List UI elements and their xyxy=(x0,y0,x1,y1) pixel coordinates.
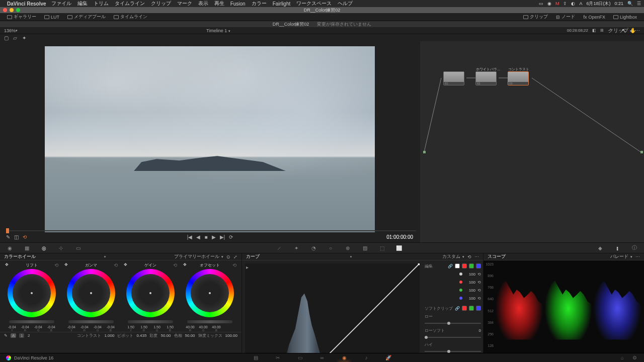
settings-icon[interactable]: ⚙ xyxy=(631,354,638,361)
window-icon[interactable]: ○ xyxy=(327,244,334,251)
marker-icon[interactable]: ▢ xyxy=(4,35,9,40)
reset-icon[interactable]: ⟲ xyxy=(54,262,58,268)
warper-icon[interactable]: ✦ xyxy=(293,244,300,251)
lowsoft-slider[interactable] xyxy=(425,335,481,340)
custom-dropdown[interactable]: カスタム xyxy=(442,253,460,260)
gamma-color-wheel[interactable] xyxy=(67,269,115,317)
menu-clip[interactable]: クリップ xyxy=(151,0,171,7)
minimize-button[interactable] xyxy=(10,8,14,12)
wifi-icon[interactable]: ⇪ xyxy=(563,1,567,6)
node-01[interactable]: 01 xyxy=(443,71,464,85)
tracking-icon[interactable]: ⊕ xyxy=(344,244,351,251)
mediapool-button[interactable]: メディアプール xyxy=(64,14,109,20)
qualifier-icon[interactable]: ◔ xyxy=(310,244,317,251)
channel-g[interactable] xyxy=(469,263,474,268)
menu-view[interactable]: 表示 xyxy=(198,0,208,7)
info-icon[interactable]: ⓘ xyxy=(631,244,638,251)
options-icon[interactable]: ⋯ xyxy=(474,254,479,259)
menu-trim[interactable]: トリム xyxy=(94,0,109,7)
fx-icon[interactable]: ✦ xyxy=(22,35,27,40)
menubar-icon[interactable]: ◉ xyxy=(547,1,551,6)
reset-icon[interactable]: ⟲ xyxy=(477,272,481,277)
fusion-page-icon[interactable]: ∞ xyxy=(318,354,326,361)
node-02[interactable]: ホワイトバラ… 02 xyxy=(475,71,497,85)
clip-dropdown[interactable]: クリップ ▾ xyxy=(608,27,632,34)
camera-raw-icon[interactable]: ◉ xyxy=(6,244,13,251)
expand-icon[interactable]: ⤢ xyxy=(233,254,237,259)
zoom-level[interactable]: 136% xyxy=(4,28,16,33)
media-page-icon[interactable]: ▤ xyxy=(252,354,259,361)
menu-fairlight[interactable]: Fairlight xyxy=(273,1,291,7)
node-output[interactable] xyxy=(640,151,643,153)
lightbox-button[interactable]: Lightbox xyxy=(610,14,640,20)
date-label[interactable]: 6月18日(木) xyxy=(586,1,610,7)
fairlight-page-icon[interactable]: ♪ xyxy=(363,354,370,361)
bypass-icon[interactable]: ✎ xyxy=(6,234,10,240)
prev-frame-button[interactable]: ◀ xyxy=(196,234,200,240)
menu-timeline[interactable]: タイムライン xyxy=(115,0,145,7)
primary-dropdown[interactable]: プライマリーホイール xyxy=(174,253,219,260)
timeline-button[interactable]: タイムライン xyxy=(111,14,150,20)
clips-button[interactable]: クリップ xyxy=(520,14,551,20)
menu-edit[interactable]: 編集 xyxy=(77,0,88,7)
lift-color-wheel[interactable] xyxy=(8,269,56,317)
motion-icon[interactable]: ▭ xyxy=(74,244,82,251)
bypass-icon[interactable]: ⟲ xyxy=(23,234,27,240)
menubar-icon[interactable]: ▭ xyxy=(539,1,543,6)
gallery-button[interactable]: ギャラリー xyxy=(4,14,39,20)
play-button[interactable]: ▶ xyxy=(212,234,216,240)
channel-r[interactable] xyxy=(462,263,467,268)
softclip-b[interactable] xyxy=(476,306,481,311)
app-name[interactable]: DaVinci Resolve xyxy=(7,1,46,7)
keyframe-icon[interactable]: ◆ xyxy=(597,244,604,251)
parade-dropdown[interactable]: パレード xyxy=(610,253,628,260)
wheels-icon[interactable]: ◎ xyxy=(40,244,47,251)
lummix-value[interactable]: 100.00 xyxy=(225,333,237,338)
gamma-jog[interactable] xyxy=(68,320,114,323)
key-icon[interactable]: ⬚ xyxy=(378,244,385,251)
split-icon[interactable]: ⊞ xyxy=(600,28,604,33)
color-match-icon[interactable]: ▦ xyxy=(23,244,30,251)
reset-icon[interactable]: ⟲ xyxy=(467,254,471,259)
overlay-icon[interactable]: ▱ xyxy=(13,35,18,40)
picker-icon[interactable]: ✥ xyxy=(5,262,9,268)
menubar-icon[interactable]: M xyxy=(555,1,559,6)
nodes-button[interactable]: ⊟ノード xyxy=(553,14,578,20)
menubar-icon[interactable]: A xyxy=(579,1,582,6)
search-icon[interactable]: 🔍 xyxy=(627,1,633,6)
page-1[interactable]: 1 xyxy=(19,333,24,338)
loop-button[interactable]: ⟳ xyxy=(229,234,233,240)
menu-workspace[interactable]: ワークスペース xyxy=(296,0,332,7)
openfx-button[interactable]: fxOpenFX xyxy=(580,14,608,20)
home-icon[interactable]: ⌂ xyxy=(619,354,626,361)
rgb-mixer-icon[interactable]: ⊹ xyxy=(57,244,64,251)
gain-jog[interactable] xyxy=(128,320,173,323)
last-frame-button[interactable]: ▶| xyxy=(220,234,225,240)
blur-icon[interactable]: ▨ xyxy=(361,244,368,251)
viewer-image[interactable] xyxy=(45,46,375,232)
lut-button[interactable]: LUT xyxy=(41,15,62,20)
link-icon[interactable]: 🔗 xyxy=(448,264,453,268)
menu-file[interactable]: ファイル xyxy=(51,0,71,7)
offset-jog[interactable] xyxy=(187,320,232,323)
curves-icon[interactable]: ⟋ xyxy=(276,244,283,251)
first-frame-button[interactable]: |◀ xyxy=(187,234,193,240)
gain-color-wheel[interactable] xyxy=(126,269,175,317)
close-button[interactable] xyxy=(3,8,7,12)
picker-icon[interactable]: ✥ xyxy=(124,262,127,268)
resolve-logo-icon[interactable] xyxy=(6,355,11,360)
menu-fusion[interactable]: Fusion xyxy=(230,1,246,7)
reset-icon[interactable]: ⟲ xyxy=(477,296,481,301)
reset-icon[interactable]: ⟲ xyxy=(114,262,118,268)
channel-y[interactable] xyxy=(455,263,460,268)
softclip-r[interactable] xyxy=(462,306,467,311)
options-icon[interactable]: ⋯ xyxy=(635,254,640,259)
stop-button[interactable]: ■ xyxy=(204,234,207,240)
auto-icon[interactable]: A xyxy=(11,333,16,338)
reset-icon[interactable]: ⟲ xyxy=(173,262,177,268)
picker-icon[interactable]: ✥ xyxy=(183,262,187,268)
timeline-name[interactable]: Timeline 1 ▾ xyxy=(206,28,230,33)
low-slider[interactable] xyxy=(425,321,481,326)
time-label[interactable]: 0:21 xyxy=(614,1,623,6)
split-view-icon[interactable]: ◫ xyxy=(14,234,19,240)
